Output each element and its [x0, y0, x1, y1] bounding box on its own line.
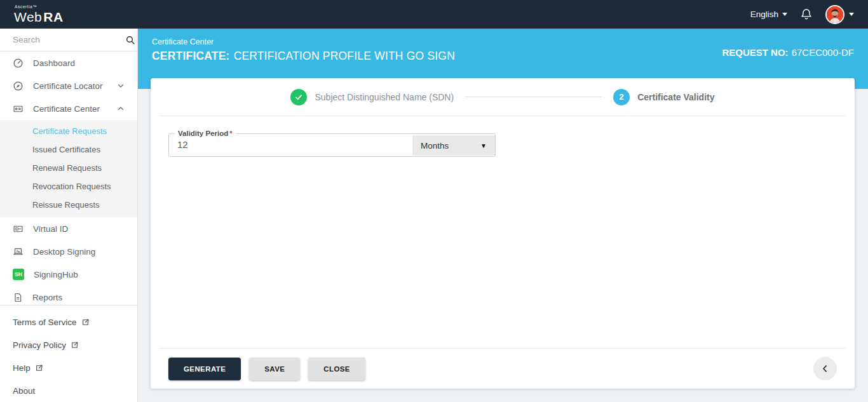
sidebar-item-dashboard[interactable]: Dashboard	[0, 51, 137, 74]
action-bar: GENERATE SAVE CLOSE	[159, 348, 846, 389]
page-title-text: CERTIFICATION PROFILE WITH GO SIGN	[234, 50, 455, 62]
submenu-item-revocation-requests[interactable]: Revocation Requests	[0, 177, 137, 196]
badge-card-icon	[13, 104, 24, 114]
submenu-item-certificate-requests[interactable]: Certificate Requests	[0, 122, 137, 140]
card-spacer	[151, 170, 855, 348]
chevron-up-icon	[117, 105, 125, 112]
external-link-icon	[71, 341, 79, 349]
step-number-badge: 2	[613, 89, 630, 105]
search-input[interactable]	[13, 35, 125, 44]
validity-unit-value: Months	[421, 141, 449, 151]
chevron-left-icon	[820, 364, 830, 373]
step-label: Subject Distinguished Name (SDN)	[315, 92, 454, 102]
sidebar-item-signinghub[interactable]: SH SigningHub	[0, 263, 137, 286]
validity-period-field: Validity Period* Months ▼	[168, 130, 496, 157]
search-icon[interactable]	[125, 35, 135, 45]
save-button[interactable]: SAVE	[249, 358, 300, 380]
submenu-item-renewal-requests[interactable]: Renewal Requests	[0, 159, 137, 177]
step-label: Certificate Validity	[637, 92, 714, 102]
dashboard-gauge-icon	[13, 58, 24, 69]
brand-product: WebRA	[14, 10, 64, 23]
notifications-bell-icon[interactable]	[800, 8, 813, 21]
avatar	[825, 5, 844, 24]
sidebar-item-virtual-id[interactable]: Virtual ID	[0, 217, 137, 240]
language-label: English	[750, 10, 778, 19]
help-link[interactable]: Help	[0, 356, 137, 379]
external-link-icon	[81, 318, 90, 326]
dropdown-caret-icon: ▼	[480, 142, 487, 149]
chevron-down-icon	[849, 13, 854, 16]
sidebar-footer: Terms of Service Privacy Policy Help	[0, 305, 137, 402]
terms-of-service-link[interactable]: Terms of Service	[0, 311, 137, 333]
laptop-sign-icon	[13, 246, 24, 257]
sidebar-search	[0, 29, 137, 51]
sidebar-nav: Dashboard Certificate Locator	[0, 51, 137, 305]
sidebar-item-desktop-signing[interactable]: Desktop Signing	[0, 240, 137, 263]
user-menu[interactable]	[825, 5, 854, 24]
app-logo[interactable]: Ascertia™ WebRA	[14, 5, 64, 24]
page-title: CERTIFICATE:CERTIFICATION PROFILE WITH G…	[152, 50, 455, 63]
sidebar-item-label: Reports	[32, 293, 62, 302]
breadcrumb: Certificate Center	[152, 37, 455, 46]
close-button[interactable]: CLOSE	[308, 358, 365, 380]
page-title-prefix: CERTIFICATE:	[152, 50, 230, 62]
step-sdn[interactable]: Subject Distinguished Name (SDN)	[290, 89, 454, 105]
validity-period-input[interactable]	[169, 135, 412, 156]
submenu-item-issued-certificates[interactable]: Issued Certificates	[0, 140, 137, 159]
step-connector	[465, 97, 602, 97]
sidebar-item-label: Certificate Center	[33, 104, 100, 114]
previous-step-button[interactable]	[813, 357, 837, 380]
request-number-value: 67CEC000-DF	[792, 47, 854, 58]
sidebar-item-label: Dashboard	[33, 58, 75, 68]
wizard-card: Subject Distinguished Name (SDN) 2 Certi…	[151, 78, 855, 389]
signinghub-icon: SH	[13, 269, 24, 280]
stepper: Subject Distinguished Name (SDN) 2 Certi…	[159, 78, 846, 116]
validity-form: Validity Period* Months ▼	[151, 116, 855, 170]
document-icon	[13, 292, 23, 303]
chevron-down-icon	[117, 82, 125, 90]
sidebar-item-label: Virtual ID	[33, 224, 68, 234]
step-complete-check-icon	[290, 89, 307, 105]
validity-field-row: Months ▼	[169, 135, 495, 156]
brand-company: Ascertia™	[15, 5, 64, 10]
validity-unit-select[interactable]: Months ▼	[412, 135, 495, 156]
main-content: Certificate Center CERTIFICATE:CERTIFICA…	[138, 29, 868, 402]
id-card-icon	[13, 224, 24, 234]
sidebar-item-reports[interactable]: Reports	[0, 286, 137, 305]
sidebar-item-certificate-locator[interactable]: Certificate Locator	[0, 74, 137, 97]
generate-button[interactable]: GENERATE	[168, 358, 241, 380]
sidebar-item-label: Certificate Locator	[33, 81, 103, 91]
certificate-center-submenu: Certificate Requests Issued Certificates…	[0, 120, 137, 217]
submenu-item-reissue-requests[interactable]: Reissue Requests	[0, 196, 137, 214]
privacy-policy-link[interactable]: Privacy Policy	[0, 333, 137, 356]
topbar: Ascertia™ WebRA English	[0, 0, 868, 29]
sidebar-item-label: Desktop Signing	[33, 247, 95, 257]
compass-icon	[13, 81, 24, 91]
sidebar-item-certificate-center[interactable]: Certificate Center	[0, 97, 137, 120]
language-selector[interactable]: English	[750, 10, 787, 19]
sidebar: Dashboard Certificate Locator	[0, 29, 138, 402]
about-link[interactable]: About	[0, 379, 137, 402]
external-link-icon	[35, 364, 43, 372]
sidebar-item-label: SigningHub	[34, 270, 78, 279]
chevron-down-icon	[782, 13, 787, 16]
request-number-label: REQUEST NO:	[722, 47, 788, 58]
step-certificate-validity[interactable]: 2 Certificate Validity	[613, 89, 714, 105]
topbar-right: English	[750, 5, 854, 24]
